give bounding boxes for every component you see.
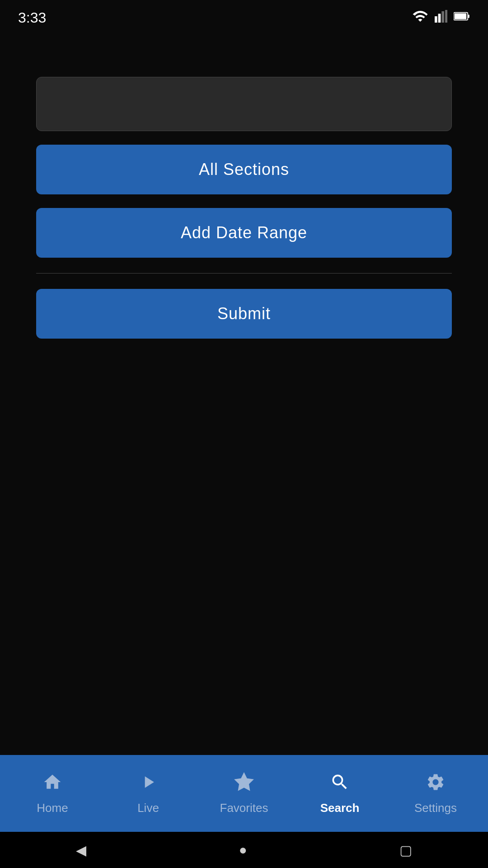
recents-button[interactable]: ▢ [399, 842, 412, 858]
svg-rect-6 [455, 13, 466, 19]
search-icon [330, 772, 350, 797]
system-nav: ◀ ● ▢ [0, 832, 488, 868]
bottom-nav: Home Live Favorites Search [0, 755, 488, 832]
signal-icon [435, 9, 447, 26]
svg-rect-3 [445, 10, 447, 23]
nav-label-home: Home [37, 801, 68, 815]
search-input[interactable] [37, 77, 451, 131]
svg-rect-2 [441, 11, 444, 22]
nav-item-home[interactable]: Home [5, 765, 100, 822]
nav-label-settings: Settings [414, 801, 457, 815]
nav-label-favorites: Favorites [220, 801, 268, 815]
nav-label-search: Search [320, 801, 360, 815]
wifi-icon [412, 9, 428, 26]
status-icons [412, 9, 470, 26]
submit-button[interactable]: Submit [36, 289, 452, 339]
divider [36, 273, 452, 274]
favorites-icon [234, 772, 254, 797]
add-date-range-button[interactable]: Add Date Range [36, 208, 452, 258]
live-icon [138, 772, 158, 797]
home-button[interactable]: ● [239, 842, 247, 858]
settings-icon [426, 772, 446, 797]
nav-item-favorites[interactable]: Favorites [196, 765, 292, 822]
all-sections-button[interactable]: All Sections [36, 145, 452, 194]
nav-item-settings[interactable]: Settings [388, 765, 483, 822]
search-input-container[interactable] [36, 77, 452, 131]
battery-icon [454, 10, 470, 26]
status-bar: 3:33 [0, 0, 488, 32]
svg-rect-1 [438, 14, 441, 23]
status-time: 3:33 [18, 9, 46, 26]
main-content: All Sections Add Date Range Submit [0, 32, 488, 339]
svg-rect-5 [468, 14, 469, 18]
nav-item-live[interactable]: Live [100, 765, 196, 822]
home-icon [42, 772, 62, 797]
nav-label-live: Live [137, 801, 159, 815]
svg-rect-0 [435, 16, 437, 23]
nav-item-search[interactable]: Search [292, 765, 388, 822]
back-button[interactable]: ◀ [76, 842, 86, 858]
